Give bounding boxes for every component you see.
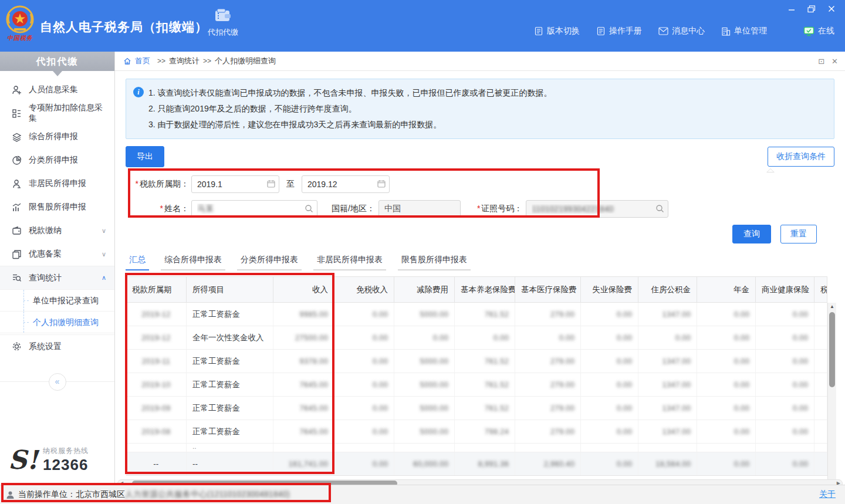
sidebar-item-restricted-shares[interactable]: 限售股所得申报 xyxy=(0,195,114,219)
home-icon xyxy=(123,57,131,65)
scroll-up-arrow[interactable]: ▲ xyxy=(828,304,836,309)
table-cell: 2019-11 xyxy=(126,350,187,373)
tab-summary[interactable]: 汇总 xyxy=(126,251,149,270)
copy-docs-icon xyxy=(12,249,22,259)
table-cell: 0.00 xyxy=(334,420,394,444)
table-cell: 2019-12 xyxy=(126,326,187,350)
table-cell: 0.00 xyxy=(515,326,581,350)
name-input[interactable] xyxy=(191,200,317,218)
col-header-pension: 基本养老保险费 xyxy=(455,277,515,303)
tab-comprehensive-income[interactable]: 综合所得申报表 xyxy=(161,251,225,270)
table-summary-row[interactable]: ----161,741.000.0060,000.008,991.362,960… xyxy=(126,452,827,476)
menu-manual[interactable]: 操作手册 xyxy=(596,26,642,36)
operator-user-icon xyxy=(6,491,15,499)
table-row[interactable]: 2019-12正常工资薪金9985.000.005000.00761.52279… xyxy=(126,303,827,326)
vertical-scroll-thumb[interactable] xyxy=(829,312,835,387)
table-cell: 0.00 xyxy=(756,350,814,373)
bar-chart-icon xyxy=(12,202,22,212)
sidebar-item-label: 系统设置 xyxy=(29,341,106,352)
period-to-input[interactable] xyxy=(302,175,390,193)
table-cell xyxy=(814,303,827,326)
menu-version-switch[interactable]: 版本切换 xyxy=(534,26,580,36)
table-cell xyxy=(697,444,756,452)
tab-restricted-shares[interactable]: 限售股所得申报表 xyxy=(398,251,471,270)
table-row[interactable]: 2019-12全年一次性奖金收入27500.000.000.000.000.00… xyxy=(126,326,827,350)
sidebar-item-tax-payment[interactable]: 税款缴纳 ∨ xyxy=(0,219,114,242)
sidebar-item-label: 优惠备案 xyxy=(29,249,94,259)
table-cell: 0.00 xyxy=(334,397,394,420)
table-partial-row[interactable]: .. xyxy=(126,444,827,452)
menu-version-label: 版本切换 xyxy=(547,26,580,36)
table-cell: 正常工资薪金 xyxy=(187,350,273,373)
nationality-input[interactable] xyxy=(378,200,461,218)
sidebar-item-label: 分类所得申报 xyxy=(29,155,106,165)
sidebar-item-nonresident-income[interactable]: 非居民所得申报 xyxy=(0,172,114,195)
user-plus-icon xyxy=(12,85,22,95)
table-cell: 0.00 xyxy=(581,326,638,350)
table-cell: 2019-09 xyxy=(126,397,187,420)
table-row[interactable]: 2019-10正常工资薪金7645.000.005000.00761.52279… xyxy=(126,373,827,397)
sidebar-collapse-button[interactable]: « xyxy=(49,373,66,391)
breadcrumb-home-link[interactable]: 首页 xyxy=(135,56,150,66)
results-table-zone: 税款所属期 所得项目 收入 免税收入 减除费用 基本养老保险费 基本医疗保险费 … xyxy=(126,276,836,476)
sidebar-item-preferential-filing[interactable]: 优惠备案 ∨ xyxy=(0,242,114,266)
table-cell: 0.00 xyxy=(697,397,756,420)
sidebar: 代扣代缴 人员信息采集 专项附加扣除信息采集 综合所得申报 分类所得申报 非居民… xyxy=(0,52,115,485)
menu-org-management[interactable]: 单位管理 xyxy=(721,26,767,36)
table-row[interactable]: 2019-08正常工资薪金7645.000.005000.00798.24279… xyxy=(126,420,827,444)
table-cell: 761.52 xyxy=(455,373,515,397)
table-cell: 0.00 xyxy=(455,326,515,350)
minimize-button[interactable] xyxy=(786,4,797,14)
sidebar-subitem-unit-declaration-query[interactable]: 单位申报记录查询 xyxy=(0,289,114,311)
restore-button[interactable] xyxy=(806,4,817,14)
table-cell: 761.52 xyxy=(455,397,515,420)
sidebar-item-query-statistics[interactable]: 查询统计 ∧ xyxy=(0,266,114,289)
sidebar-menu: 人员信息采集 专项附加扣除信息采集 综合所得申报 分类所得申报 非居民所得申报 … xyxy=(0,78,114,391)
table-cell: 1347.00 xyxy=(638,350,697,373)
table-cell: 0.00 xyxy=(581,420,638,444)
menu-message-center[interactable]: 消息中心 xyxy=(658,26,705,36)
table-cell: 0.00 xyxy=(334,373,394,397)
online-status[interactable]: 在线 xyxy=(803,26,834,36)
tab-classified-income[interactable]: 分类所得申报表 xyxy=(237,251,302,270)
app-window: 中国税务 自然人电子税务局（扣缴端） 代扣代缴 版本切换 操作手册 xyxy=(0,0,845,504)
sidebar-item-special-deduction[interactable]: 专项附加扣除信息采集 xyxy=(0,102,114,125)
col-header-period: 税款所属期 xyxy=(126,277,187,303)
table-row[interactable]: 2019-11正常工资薪金9378.000.005000.00761.52279… xyxy=(126,350,827,373)
id-number-input[interactable] xyxy=(526,200,668,218)
query-button[interactable]: 查询 xyxy=(732,225,771,243)
table-cell: 279.00 xyxy=(515,397,581,420)
sidebar-item-system-settings[interactable]: 系统设置 xyxy=(0,334,114,358)
list-grid-icon xyxy=(12,109,22,119)
reset-button[interactable]: 重置 xyxy=(780,225,817,243)
hotline-label: 纳税服务热线 xyxy=(43,446,89,456)
info-icon: i xyxy=(133,87,144,97)
period-from-input[interactable] xyxy=(191,175,279,193)
sidebar-item-personnel-info[interactable]: 人员信息采集 xyxy=(0,78,114,102)
table-cell: 9378.00 xyxy=(273,350,334,373)
layers-icon xyxy=(12,132,22,142)
table-cell: 2019-10 xyxy=(126,373,187,397)
table-cell: 2019-08 xyxy=(126,420,187,444)
table-cell xyxy=(455,444,515,452)
table-cell: 798.24 xyxy=(455,420,515,444)
table-cell: 正常工资薪金 xyxy=(187,420,273,444)
sidebar-subitem-personal-withholding-detail-query[interactable]: 个人扣缴明细查询 xyxy=(0,311,114,333)
table-cell xyxy=(334,444,394,452)
tab-withholding-module[interactable]: 代扣代缴 xyxy=(202,8,244,38)
about-link[interactable]: 关于 xyxy=(819,489,836,500)
breadcrumb-level1[interactable]: 查询统计 xyxy=(169,56,200,66)
panel-maximize-icon[interactable]: ⊡ xyxy=(818,57,824,66)
table-row[interactable]: 2019-09正常工资薪金7645.000.005000.00761.52279… xyxy=(126,397,827,420)
tab-nonresident-income[interactable]: 非居民所得申报表 xyxy=(313,251,386,270)
table-cell: 0.00 xyxy=(697,420,756,444)
close-button[interactable] xyxy=(826,4,837,14)
collapse-filters-button[interactable]: 收折查询条件 xyxy=(768,147,834,167)
sidebar-item-comprehensive-income[interactable]: 综合所得申报 xyxy=(0,125,114,148)
table-cell: 761.52 xyxy=(455,303,515,326)
vertical-scrollbar[interactable]: ▲ ▼ xyxy=(827,303,836,500)
export-button[interactable]: 导出 xyxy=(126,146,164,167)
sidebar-item-classified-income[interactable]: 分类所得申报 xyxy=(0,148,114,172)
panel-close-icon[interactable]: ✕ xyxy=(832,57,838,66)
app-title: 自然人电子税务局（扣缴端） xyxy=(40,19,208,35)
